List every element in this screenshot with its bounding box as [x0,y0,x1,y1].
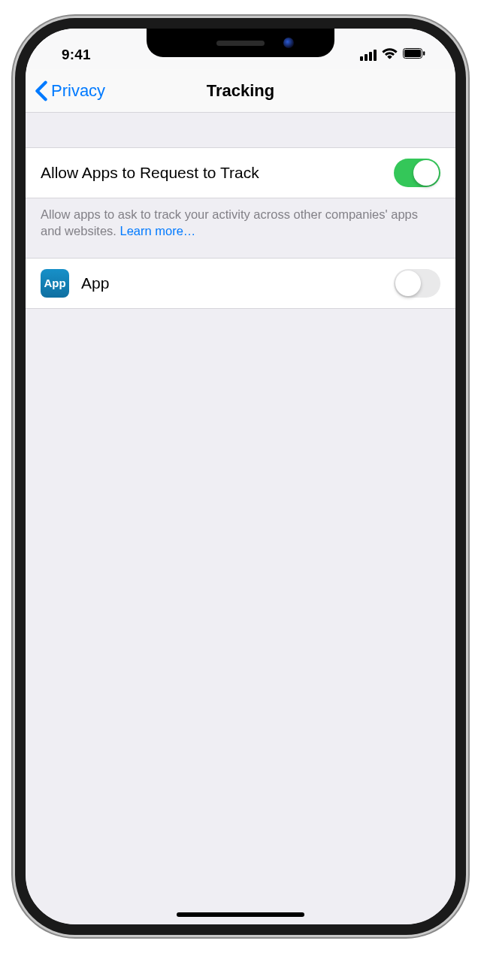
device-notch [147,29,334,57]
speaker-grille [216,41,265,46]
front-camera [283,38,294,48]
app-icon: App [41,269,69,298]
page-title: Tracking [207,81,274,101]
cellular-icon [360,50,377,61]
footer-text: Allow apps to ask to track your activity… [41,207,418,237]
navigation-bar: Privacy Tracking [26,69,455,113]
svg-rect-1 [404,50,421,57]
chevron-left-icon [35,80,48,101]
allow-tracking-footer: Allow apps to ask to track your activity… [26,198,455,240]
status-time: 9:41 [50,47,91,63]
learn-more-link[interactable]: Learn more… [119,224,195,237]
svg-rect-2 [423,51,425,56]
home-indicator[interactable] [177,912,304,917]
back-button[interactable]: Privacy [35,80,105,101]
allow-tracking-label: Allow Apps to Request to Track [41,164,259,182]
allow-tracking-toggle[interactable] [394,159,440,187]
settings-content: Allow Apps to Request to Track Allow app… [26,113,455,309]
back-label: Privacy [51,81,105,101]
allow-tracking-row: Allow Apps to Request to Track [26,147,455,198]
app-row: App App [26,258,455,309]
wifi-icon [382,48,398,62]
battery-icon [403,48,425,62]
phone-frame: 9:41 Privacy Tracking [15,18,466,935]
app-name-label: App [81,274,109,292]
app-tracking-toggle[interactable] [394,269,440,298]
